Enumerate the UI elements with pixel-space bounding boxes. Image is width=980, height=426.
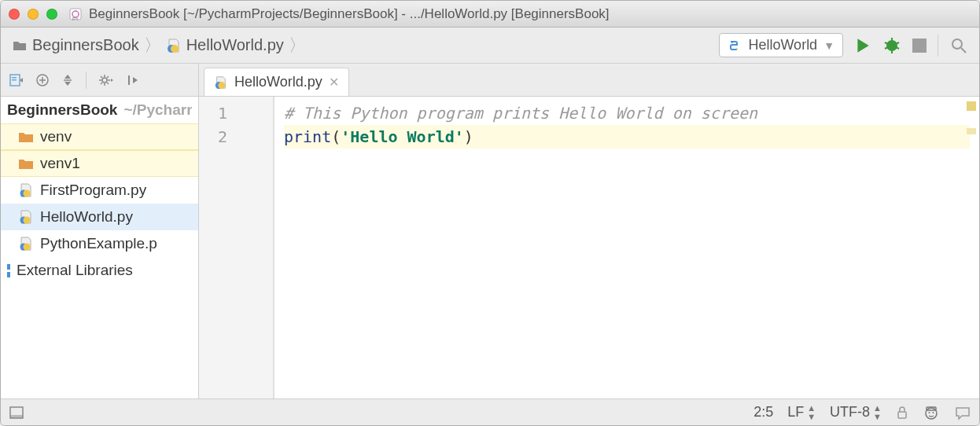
tree-item-label: venv1 [40,155,80,172]
code-editor[interactable]: 1 2 # This Python program prints Hello W… [199,97,979,398]
tree-item-folder[interactable]: venv1 [1,150,198,177]
svg-point-47 [933,412,934,413]
zoom-window-button[interactable] [46,9,57,20]
window-title: BeginnersBook [~/PycharmProjects/Beginne… [89,6,610,22]
breadcrumb: BeginnersBook 〉 HelloWorld.py 〉 [12,34,306,57]
settings-gear-icon[interactable] [98,72,113,88]
code-area[interactable]: # This Python program prints Hello World… [274,97,979,398]
file-encoding[interactable]: UTF-8 ▲▼ [830,404,882,421]
tool-strip: HelloWorld.py ✕ [1,64,979,97]
svg-point-7 [886,40,897,51]
readonly-lock-icon[interactable] [896,406,908,420]
breadcrumb-file[interactable]: HelloWorld.py [166,36,284,54]
tree-item-file[interactable]: FirstProgram.py [1,177,198,204]
debug-button[interactable] [882,36,901,55]
tree-item-label: venv [40,128,72,145]
stop-button[interactable] [912,39,927,53]
project-tree[interactable]: BeginnersBook ~/PycharmProjects/Beginner… [1,97,199,398]
breadcrumb-label: HelloWorld.py [186,36,284,54]
main-area: BeginnersBook ~/PycharmProjects/Beginner… [1,97,979,398]
python-icon [728,39,742,53]
updown-icon: ▲▼ [873,404,882,421]
expand-all-icon[interactable] [35,73,50,87]
gutter[interactable]: 1 2 [199,97,274,398]
inspection-marker[interactable] [967,101,976,111]
folder-icon [18,156,34,171]
close-tab-icon[interactable]: ✕ [329,75,339,90]
svg-point-23 [102,78,107,83]
status-bar: 2:5 LF ▲▼ UTF-8 ▲▼ [1,398,979,425]
code-line-1[interactable]: # This Python program prints Hello World… [284,101,970,125]
scroll-from-source-icon[interactable] [9,72,24,88]
separator [86,72,87,89]
chevron-down-icon: ▼ [823,39,834,52]
editor-tabs: HelloWorld.py ✕ [199,64,979,96]
inspection-hint-marker[interactable] [967,128,976,134]
svg-point-34 [218,82,225,89]
chevron-right-icon: 〉 [289,34,306,57]
notifications-icon[interactable] [954,404,971,421]
svg-rect-17 [12,77,17,79]
tree-item-label: HelloWorld.py [40,208,133,226]
close-window-button[interactable] [9,9,20,20]
string-literal: 'Hello World' [341,127,464,146]
svg-line-28 [101,76,102,78]
python-file-icon [214,75,228,90]
caret-position[interactable]: 2:5 [753,404,773,420]
svg-rect-18 [12,79,17,81]
project-toolbar [1,64,199,96]
line-separator[interactable]: LF ▲▼ [787,404,816,421]
run-button[interactable] [854,37,871,54]
svg-line-29 [107,83,109,84]
svg-line-30 [101,83,102,84]
python-file-icon [18,209,34,225]
svg-point-14 [952,39,962,49]
tree-item-file-selected[interactable]: HelloWorld.py [1,204,198,230]
tree-root[interactable]: BeginnersBook ~/PycharmProjects/Beginner… [1,97,198,123]
tree-root-path: ~/PycharmProjects/BeginnersBook [123,101,192,119]
line-number[interactable]: 1 [218,101,273,125]
svg-line-15 [961,48,966,53]
svg-point-38 [24,217,31,224]
inspection-profile-icon[interactable] [923,404,940,421]
python-file-icon [18,236,34,252]
tree-external-libraries[interactable]: External Libraries [1,257,198,284]
identifier-print: print [284,127,331,146]
breadcrumb-root[interactable]: BeginnersBook [12,36,139,54]
editor-tab-label: HelloWorld.py [234,74,322,90]
svg-point-46 [929,412,930,413]
svg-point-4 [171,45,179,53]
svg-text:PY: PY [72,17,79,21]
status-right: 2:5 LF ▲▼ UTF-8 ▲▼ [753,404,971,421]
collapse-all-icon[interactable] [61,73,75,87]
nav-controls: HelloWorld ▼ [719,33,968,57]
comment: # This Python program prints Hello World… [284,104,757,123]
minimize-window-button[interactable] [28,9,39,20]
tree-item-folder[interactable]: venv [1,123,198,150]
code-line-2[interactable]: print('Hello World') [284,125,970,149]
svg-point-40 [24,244,31,251]
pycharm-app-icon: PY [68,7,83,21]
library-icon [7,264,10,277]
svg-rect-42 [10,415,23,418]
paren-open: ( [331,127,341,146]
svg-point-6 [736,48,738,50]
tool-windows-quick-access-icon[interactable] [9,405,24,420]
breadcrumb-label: BeginnersBook [32,36,139,54]
svg-point-5 [731,42,733,43]
folder-icon [12,38,28,53]
updown-icon: ▲▼ [807,404,816,421]
search-icon[interactable] [949,36,968,55]
traffic-lights [9,9,57,20]
run-configuration-combo[interactable]: HelloWorld ▼ [719,33,843,57]
separator [938,35,938,57]
svg-point-36 [24,190,31,197]
tree-item-label: External Libraries [17,262,133,279]
svg-line-31 [107,76,109,78]
line-number[interactable]: 2 [218,125,273,149]
python-file-icon [18,182,34,198]
paren-close: ) [464,127,473,146]
tree-item-file[interactable]: PythonExample.p [1,230,198,257]
hide-tool-window-icon[interactable] [124,72,140,88]
editor-tab[interactable]: HelloWorld.py ✕ [204,68,349,96]
